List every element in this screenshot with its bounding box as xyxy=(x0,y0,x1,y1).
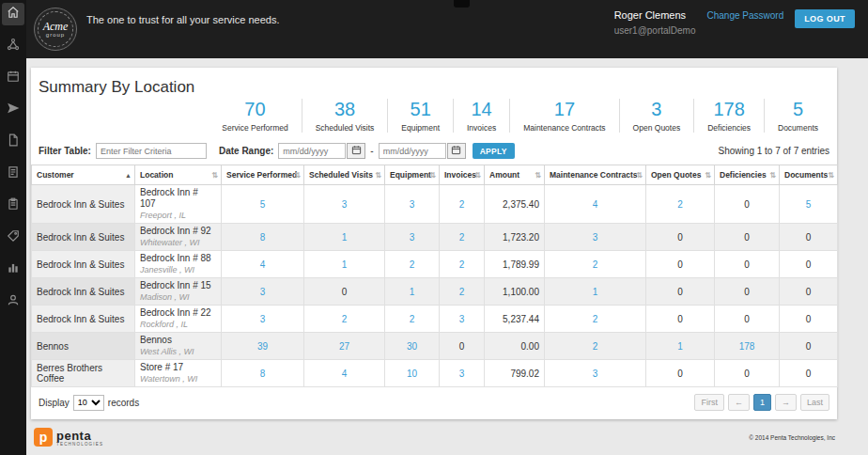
kpi-value[interactable]: 14 xyxy=(467,99,496,120)
kpi-value[interactable]: 70 xyxy=(222,99,287,120)
count-link[interactable]: 5 xyxy=(806,199,812,210)
count-link[interactable]: 3 xyxy=(260,287,266,297)
cell-scheduled-visits: 1 xyxy=(304,251,385,278)
count-link[interactable]: 1 xyxy=(342,232,348,243)
count-link[interactable]: 1 xyxy=(410,287,415,297)
count-link[interactable]: 2 xyxy=(677,199,683,210)
kpi-value[interactable]: 38 xyxy=(316,99,375,120)
sidebar-item-invoice[interactable] xyxy=(2,163,24,185)
cell-service-performed: 8 xyxy=(222,224,304,251)
column-header-scheduled-visits[interactable]: Scheduled Visits⇅ xyxy=(304,165,385,185)
filter-input[interactable] xyxy=(96,143,207,159)
cell-customer: Bennos xyxy=(32,333,135,360)
table-body: Bedrock Inn & SuitesBedrock Inn # 107Fre… xyxy=(32,185,838,387)
kpi-value[interactable]: 3 xyxy=(633,99,681,120)
column-header-deficiencies[interactable]: Deficiencies⇅ xyxy=(715,165,780,185)
sidebar-item-calendar[interactable] xyxy=(2,67,24,89)
pagination-page-1[interactable]: 1 xyxy=(753,394,771,411)
change-password-link[interactable]: Change Password xyxy=(706,10,783,21)
cell-scheduled-visits: 0 xyxy=(304,278,385,306)
column-header-customer[interactable]: Customer▲ xyxy=(32,165,135,185)
count-link[interactable]: 1 xyxy=(593,287,598,297)
pagination-next[interactable]: → xyxy=(775,394,797,411)
count-link[interactable]: 2 xyxy=(459,259,465,270)
date-from-input[interactable] xyxy=(278,143,346,159)
count-link[interactable]: 4 xyxy=(260,259,266,270)
column-header-amount[interactable]: Amount⇅ xyxy=(485,165,545,185)
count-link[interactable]: 30 xyxy=(407,341,417,352)
count-link[interactable]: 2 xyxy=(459,199,465,210)
cell-documents: 0 xyxy=(780,333,838,360)
count-link[interactable]: 178 xyxy=(739,341,755,352)
kpi-value[interactable]: 51 xyxy=(401,99,440,120)
count-link[interactable]: 2 xyxy=(459,232,465,243)
logout-button[interactable]: LOG OUT xyxy=(795,9,855,28)
sidebar-item-clipboard[interactable] xyxy=(2,195,24,217)
date-to-calendar-button[interactable] xyxy=(447,143,466,159)
count-link[interactable]: 3 xyxy=(459,314,465,324)
count-link[interactable]: 3 xyxy=(593,232,598,243)
sort-asc-icon: ▲ xyxy=(125,172,132,179)
sidebar-item-home[interactable] xyxy=(2,3,24,25)
kpi-value[interactable]: 5 xyxy=(778,99,818,120)
count-link[interactable]: 1 xyxy=(342,259,348,270)
count-link[interactable]: 8 xyxy=(260,369,266,379)
count-link[interactable]: 1 xyxy=(677,341,683,352)
sidebar-item-user[interactable] xyxy=(2,290,24,313)
page-footer: p penta TECHNOLOGIES © 2014 Penta Techno… xyxy=(31,419,837,447)
records-per-page-select[interactable]: 10 xyxy=(73,395,104,411)
count-link[interactable]: 2 xyxy=(342,314,348,324)
apply-button[interactable]: APPLY xyxy=(473,143,515,159)
sidebar-item-network[interactable] xyxy=(2,35,24,57)
column-header-location[interactable]: Location⇅ xyxy=(135,165,222,185)
table-footer: Display 10 records First←1→Last xyxy=(31,387,837,418)
count-link[interactable]: 8 xyxy=(260,232,266,243)
count-link[interactable]: 2 xyxy=(410,259,415,270)
count-link[interactable]: 4 xyxy=(593,199,598,210)
count-link[interactable]: 3 xyxy=(593,369,598,379)
column-header-service-performed[interactable]: Service Performed⇅ xyxy=(222,165,304,185)
date-from-calendar-button[interactable] xyxy=(347,143,365,159)
cell-amount: 5,237.44 xyxy=(485,306,545,333)
cell-amount: 1,723.20 xyxy=(485,224,545,251)
sidebar-item-bar-chart[interactable] xyxy=(2,259,24,281)
date-to-input[interactable] xyxy=(379,143,446,159)
cell-equipment: 3 xyxy=(385,185,440,224)
count-link[interactable]: 3 xyxy=(342,199,348,210)
count-link[interactable]: 3 xyxy=(260,314,266,324)
count-link[interactable]: 2 xyxy=(593,259,598,270)
count-link[interactable]: 3 xyxy=(410,232,415,243)
penta-logo: p penta TECHNOLOGIES xyxy=(34,428,103,447)
count-link[interactable]: 3 xyxy=(410,199,415,210)
column-header-maintenance-contracts[interactable]: Maintenance Contracts⇅ xyxy=(545,165,646,185)
kpi-open-quotes: 3Open Quotes xyxy=(619,99,694,133)
kpi-value[interactable]: 178 xyxy=(707,99,751,120)
calendar-icon xyxy=(451,144,461,158)
count-link[interactable]: 3 xyxy=(459,369,465,379)
count-link[interactable]: 2 xyxy=(459,287,465,297)
count-link[interactable]: 2 xyxy=(410,314,415,324)
count-link[interactable]: 27 xyxy=(339,341,349,352)
pagination-last[interactable]: Last xyxy=(800,394,829,411)
count-link[interactable]: 39 xyxy=(257,341,268,352)
column-header-documents[interactable]: Documents⇅ xyxy=(780,165,838,185)
column-header-open-quotes[interactable]: Open Quotes⇅ xyxy=(646,165,715,185)
count-link[interactable]: 10 xyxy=(407,369,417,379)
column-header-invoices[interactable]: Invoices⇅ xyxy=(440,165,485,185)
cell-maintenance-contracts: 2 xyxy=(545,333,646,360)
column-header-equipment[interactable]: Equipment⇅ xyxy=(385,165,440,185)
pagination-first[interactable]: First xyxy=(694,394,724,411)
cell-equipment: 1 xyxy=(385,278,440,306)
sidebar-item-file[interactable] xyxy=(2,131,24,153)
pagination-prev[interactable]: ← xyxy=(728,394,750,411)
calendar-icon xyxy=(7,70,20,86)
sort-icon: ⇅ xyxy=(429,171,436,180)
kpi-value[interactable]: 17 xyxy=(523,99,605,120)
user-email: user1@portalDemo xyxy=(614,25,696,36)
sidebar-item-send[interactable] xyxy=(2,99,24,121)
count-link[interactable]: 2 xyxy=(593,341,598,352)
sidebar-item-tag[interactable] xyxy=(2,227,24,249)
count-link[interactable]: 4 xyxy=(342,369,348,379)
count-link[interactable]: 2 xyxy=(593,314,598,324)
count-link[interactable]: 5 xyxy=(260,199,266,210)
